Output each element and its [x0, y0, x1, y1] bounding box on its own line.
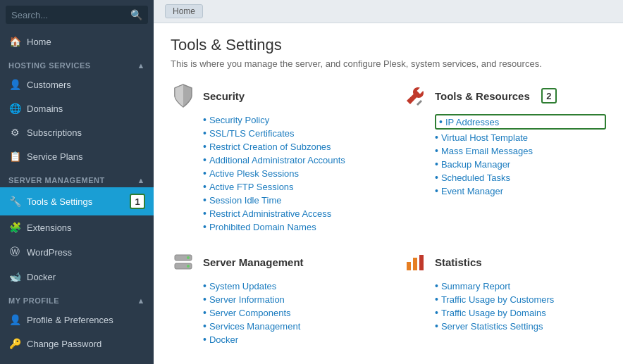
- extensions-icon: 🧩: [8, 222, 21, 233]
- page-title: Tools & Settings: [171, 36, 606, 54]
- sidebar-item-label-wordpress: WordPress: [27, 247, 72, 258]
- card-title-statistics: Statistics: [435, 256, 482, 268]
- section-header-server-management-header: Server Management▲: [0, 171, 154, 187]
- card-title-tools-resources: Tools & Resources: [435, 90, 530, 102]
- card-link-server-management-0[interactable]: System Updates: [203, 280, 374, 291]
- search-input[interactable]: [11, 10, 130, 20]
- card-server-management: Server ManagementSystem UpdatesServer In…: [171, 249, 374, 345]
- card-link-server-management-1[interactable]: Server Information: [203, 294, 374, 305]
- change-password-icon: 🔑: [8, 338, 21, 349]
- content-area: Tools & Settings This is where you manag…: [154, 23, 623, 364]
- card-link-security-8[interactable]: Prohibited Domain Names: [203, 221, 374, 232]
- card-title-server-management: Server Management: [203, 256, 304, 268]
- card-link-tools-resources-0[interactable]: IP Addresses: [435, 114, 606, 130]
- card-link-security-6[interactable]: Session Idle Time: [203, 194, 374, 206]
- nav-container: 🏠HomeHosting Services▲👤Customers🌐Domains…: [0, 30, 154, 356]
- sidebar-item-label-domains: Domains: [27, 103, 63, 114]
- sidebar-item-label-customers: Customers: [27, 80, 71, 90]
- search-icon: 🔍: [130, 9, 142, 20]
- card-link-tools-resources-4[interactable]: Scheduled Tasks: [435, 172, 606, 183]
- card-header-security: Security: [171, 83, 374, 108]
- page-description: This is where you manage the server, and…: [171, 58, 606, 69]
- card-link-server-management-3[interactable]: Services Management: [203, 320, 374, 332]
- card-link-server-management-2[interactable]: Server Components: [203, 307, 374, 318]
- card-link-security-7[interactable]: Restrict Administrative Access: [203, 208, 374, 219]
- sidebar-item-label-change-password: Change Password: [27, 339, 101, 349]
- card-link-statistics-0[interactable]: Summary Report: [435, 280, 606, 291]
- card-icon-tools-resources: [402, 83, 428, 108]
- card-link-tools-resources-3[interactable]: Backup Manager: [435, 158, 606, 170]
- card-link-security-3[interactable]: Additional Administrator Accounts: [203, 154, 374, 165]
- card-link-security-4[interactable]: Active Plesk Sessions: [203, 168, 374, 179]
- sidebar-item-label-service-plans: Service Plans: [27, 151, 82, 162]
- main-content: Home Tools & Settings This is where you …: [154, 0, 623, 364]
- section-header-hosting-services-header: Hosting Services▲: [0, 56, 154, 73]
- svg-point-3: [187, 265, 190, 268]
- sidebar-item-label-docker: Docker: [27, 272, 56, 282]
- annotation-badge-1: 1: [130, 194, 145, 209]
- sidebar: 🔍 🏠HomeHosting Services▲👤Customers🌐Domai…: [0, 0, 154, 364]
- sidebar-item-subscriptions[interactable]: ⚙Subscriptions: [0, 120, 154, 144]
- home-icon: 🏠: [8, 36, 21, 47]
- card-security: SecuritySecurity PolicySSL/TLS Certifica…: [171, 83, 374, 232]
- card-header-tools-resources: Tools & Resources2: [402, 83, 606, 108]
- svg-rect-4: [407, 262, 411, 270]
- annotation-badge-2: 2: [541, 88, 557, 103]
- card-link-tools-resources-2[interactable]: Mass Email Messages: [435, 145, 606, 156]
- card-links-security: Security PolicySSL/TLS CertificatesRestr…: [171, 114, 374, 232]
- card-icon-statistics: [402, 249, 428, 275]
- subscriptions-icon: ⚙: [8, 127, 21, 138]
- sidebar-item-service-plans[interactable]: 📋Service Plans: [0, 144, 154, 168]
- card-title-security: Security: [203, 90, 245, 102]
- sidebar-item-domains[interactable]: 🌐Domains: [0, 96, 154, 120]
- domains-icon: 🌐: [8, 103, 21, 114]
- wordpress-icon: Ⓦ: [8, 246, 21, 258]
- section-header-my-profile-header: My Profile▲: [0, 291, 154, 308]
- sidebar-item-docker[interactable]: 🐋Docker: [0, 265, 154, 289]
- breadcrumb-bar: Home: [154, 0, 623, 23]
- sidebar-item-extensions[interactable]: 🧩Extensions: [0, 215, 154, 239]
- svg-rect-6: [419, 255, 424, 270]
- sidebar-item-tools-settings[interactable]: 🔧Tools & Settings1: [0, 187, 154, 215]
- svg-rect-5: [413, 258, 417, 270]
- sidebar-item-change-password[interactable]: 🔑Change Password: [0, 332, 154, 356]
- card-tools-resources: Tools & Resources2IP AddressesVirtual Ho…: [402, 83, 606, 232]
- sidebar-item-label-extensions: Extensions: [27, 222, 72, 233]
- sidebar-item-customers[interactable]: 👤Customers: [0, 73, 154, 96]
- sidebar-item-label-profile-preferences: Profile & Preferences: [27, 315, 113, 325]
- card-links-tools-resources: IP AddressesVirtual Host TemplateMass Em…: [402, 114, 606, 196]
- card-link-statistics-1[interactable]: Traffic Usage by Customers: [435, 294, 606, 305]
- service-plans-icon: 📋: [8, 151, 21, 162]
- card-link-security-0[interactable]: Security Policy: [203, 114, 374, 125]
- docker-icon: 🐋: [8, 271, 21, 282]
- card-icon-server-management: [171, 249, 196, 275]
- search-box[interactable]: 🔍: [6, 6, 148, 24]
- card-link-statistics-3[interactable]: Server Statistics Settings: [435, 320, 606, 332]
- card-links-server-management: System UpdatesServer InformationServer C…: [171, 280, 374, 345]
- card-icon-security: [171, 83, 196, 108]
- card-link-server-management-4[interactable]: Docker: [203, 334, 374, 345]
- tools-settings-icon: 🔧: [8, 196, 21, 207]
- card-link-security-5[interactable]: Active FTP Sessions: [203, 181, 374, 192]
- sidebar-item-label-home: Home: [27, 37, 51, 47]
- card-links-statistics: Summary ReportTraffic Usage by Customers…: [402, 280, 606, 332]
- sidebar-item-label-subscriptions: Subscriptions: [27, 127, 82, 138]
- profile-preferences-icon: 👤: [8, 314, 21, 325]
- card-link-security-1[interactable]: SSL/TLS Certificates: [203, 127, 374, 139]
- sidebar-item-label-tools-settings: Tools & Settings: [27, 196, 92, 207]
- svg-point-2: [187, 256, 190, 259]
- sidebar-item-profile-preferences[interactable]: 👤Profile & Preferences: [0, 308, 154, 332]
- card-header-server-management: Server Management: [171, 249, 374, 275]
- card-header-statistics: Statistics: [402, 249, 606, 275]
- card-link-security-2[interactable]: Restrict Creation of Subzones: [203, 141, 374, 152]
- sidebar-item-wordpress[interactable]: ⓌWordPress: [0, 239, 154, 265]
- cards-grid: SecuritySecurity PolicySSL/TLS Certifica…: [171, 83, 606, 345]
- card-link-tools-resources-5[interactable]: Event Manager: [435, 185, 606, 196]
- card-link-statistics-2[interactable]: Traffic Usage by Domains: [435, 307, 606, 318]
- card-statistics: StatisticsSummary ReportTraffic Usage by…: [402, 249, 606, 345]
- card-link-tools-resources-1[interactable]: Virtual Host Template: [435, 132, 606, 143]
- breadcrumb[interactable]: Home: [165, 4, 203, 18]
- customers-icon: 👤: [8, 79, 21, 90]
- sidebar-item-home[interactable]: 🏠Home: [0, 30, 154, 54]
